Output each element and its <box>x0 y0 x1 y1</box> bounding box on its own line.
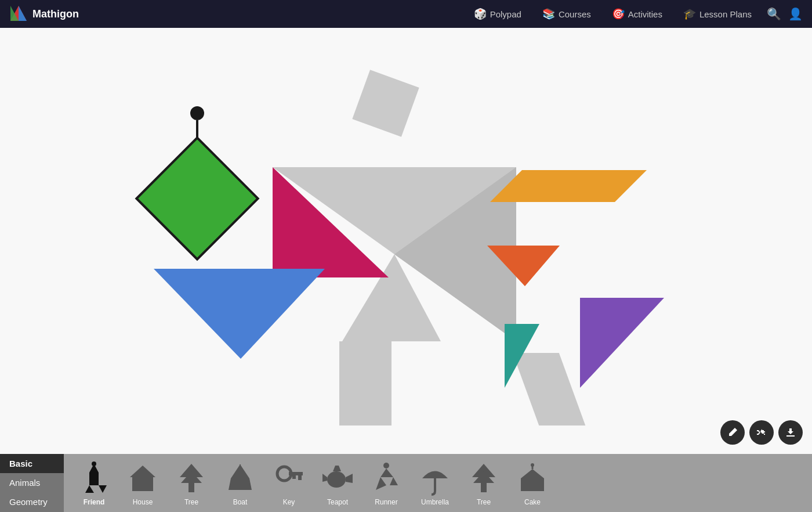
polypad-label: Polypad <box>490 9 521 19</box>
logo-area: Mathigon <box>9 5 79 23</box>
nav-items: 🎲 Polypad 📚 Courses 🎯 Activities 🎓 Lesso… <box>466 4 760 24</box>
activities-icon: 🎯 <box>612 8 625 20</box>
mathigon-logo <box>9 5 28 23</box>
runner-label: Runner <box>375 498 397 506</box>
umbrella-label: Umbrella <box>421 498 449 506</box>
cake-icon <box>514 460 551 497</box>
tangram-umbrella[interactable]: Umbrella <box>412 456 458 510</box>
cake-label: Cake <box>524 498 541 506</box>
friend-label: Friend <box>84 498 105 506</box>
tangram-boat[interactable]: Boat <box>217 456 263 510</box>
svg-rect-25 <box>132 477 153 491</box>
tangram-tree-1[interactable]: Tree <box>168 456 215 510</box>
svg-marker-43 <box>390 477 398 485</box>
svg-point-40 <box>383 463 389 468</box>
tree-icon-2 <box>465 460 502 497</box>
nav-polypad[interactable]: 🎲 Polypad <box>466 4 530 24</box>
edit-button[interactable] <box>720 420 745 445</box>
tree-icon-1 <box>173 460 210 497</box>
sidebar-menu: Basic Animals Geometry Advanced <box>0 454 64 512</box>
svg-point-16 <box>190 106 204 120</box>
shuffle-button[interactable] <box>749 420 774 445</box>
svg-marker-41 <box>380 468 393 477</box>
bottom-panel: Basic Animals Geometry Advanced F <box>0 454 812 512</box>
tangram-key[interactable]: Key <box>266 456 312 510</box>
canvas-area[interactable] <box>0 28 812 454</box>
house-label: House <box>133 498 153 506</box>
tangram-runner[interactable]: Runner <box>363 456 409 510</box>
svg-marker-38 <box>322 474 327 482</box>
svg-marker-39 <box>333 466 341 471</box>
polypad-icon: 🎲 <box>474 8 487 20</box>
svg-marker-21 <box>85 485 94 493</box>
svg-point-23 <box>92 461 96 466</box>
svg-marker-37 <box>346 474 353 483</box>
sidebar-item-animals[interactable]: Animals <box>0 473 64 492</box>
svg-marker-49 <box>521 469 544 478</box>
umbrella-icon <box>416 460 454 497</box>
courses-label: Courses <box>559 9 591 19</box>
svg-rect-33 <box>289 472 303 475</box>
svg-marker-24 <box>130 466 155 477</box>
download-button[interactable] <box>778 420 803 445</box>
svg-rect-8 <box>339 341 392 426</box>
search-button[interactable]: 🔍 <box>767 7 781 21</box>
sidebar-item-basic[interactable]: Basic <box>0 454 64 473</box>
house-icon <box>124 460 161 497</box>
tangram-items: Friend House Tree <box>64 454 812 512</box>
svg-point-51 <box>531 463 534 467</box>
svg-rect-18 <box>136 138 258 259</box>
runner-icon <box>368 460 405 497</box>
courses-icon: 📚 <box>542 8 555 20</box>
boat-icon <box>222 460 259 497</box>
tangram-canvas <box>0 28 812 454</box>
tree-label-1: Tree <box>184 498 198 506</box>
svg-rect-28 <box>188 483 194 492</box>
canvas-controls <box>720 420 803 445</box>
key-icon <box>270 460 307 497</box>
svg-rect-47 <box>481 483 487 492</box>
svg-marker-42 <box>376 477 386 490</box>
header: Mathigon 🎲 Polypad 📚 Courses 🎯 Activitie… <box>0 0 812 28</box>
user-button[interactable]: 👤 <box>788 7 803 21</box>
svg-marker-2 <box>19 6 27 21</box>
lesson-plans-label: Lesson Plans <box>699 9 752 19</box>
boat-label: Boat <box>233 498 248 506</box>
friend-icon <box>75 460 113 497</box>
tangram-house[interactable]: House <box>119 456 166 510</box>
svg-marker-15 <box>580 298 664 388</box>
svg-rect-9 <box>513 353 585 426</box>
header-actions: 🔍 👤 <box>767 7 803 21</box>
nav-courses[interactable]: 📚 Courses <box>534 4 599 24</box>
tree-label-2: Tree <box>477 498 491 506</box>
activities-label: Activities <box>628 9 662 19</box>
tangram-teapot[interactable]: Teapot <box>314 456 361 510</box>
svg-marker-22 <box>99 485 107 493</box>
tangram-cake[interactable]: Cake <box>509 456 556 510</box>
key-label: Key <box>283 498 295 506</box>
sidebar-item-geometry[interactable]: Geometry <box>0 492 64 511</box>
teapot-label: Teapot <box>327 498 348 506</box>
lesson-plans-icon: 🎓 <box>683 8 696 20</box>
svg-marker-20 <box>89 473 99 485</box>
tangram-friend[interactable]: Friend <box>71 456 117 510</box>
svg-rect-48 <box>521 478 544 491</box>
svg-rect-34 <box>298 475 302 480</box>
tangram-tree-2[interactable]: Tree <box>461 456 507 510</box>
svg-rect-35 <box>292 475 296 479</box>
nav-lesson-plans[interactable]: 🎓 Lesson Plans <box>675 4 760 24</box>
logo-text: Mathigon <box>32 8 79 20</box>
teapot-icon <box>319 460 356 497</box>
svg-point-36 <box>327 471 346 488</box>
nav-activities[interactable]: 🎯 Activities <box>604 4 670 24</box>
svg-marker-11 <box>154 269 325 359</box>
